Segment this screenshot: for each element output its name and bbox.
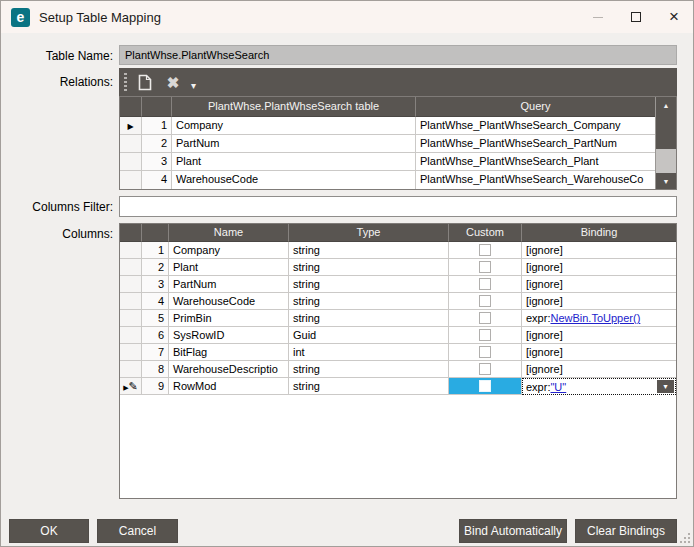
type-cell[interactable]: string bbox=[289, 242, 449, 259]
toolbar-overflow-dropdown[interactable]: ▾ bbox=[191, 81, 196, 91]
relations-row[interactable]: ▶ 1 Company PlantWhse_PlantWhseSearch_Co… bbox=[120, 117, 655, 135]
type-cell[interactable]: string bbox=[289, 361, 449, 378]
columns-row[interactable]: 4 WarehouseCode string [ignore] bbox=[120, 293, 676, 310]
scroll-up-button[interactable]: ▲ bbox=[656, 97, 676, 113]
custom-checkbox[interactable] bbox=[479, 363, 491, 375]
columns-row[interactable]: 1 Company string [ignore] bbox=[120, 242, 676, 259]
toolbar-grip-handle[interactable] bbox=[124, 73, 127, 91]
name-cell[interactable]: WarehouseDescriptio bbox=[169, 361, 289, 378]
custom-cell[interactable] bbox=[449, 293, 522, 310]
name-cell[interactable]: PrimBin bbox=[169, 310, 289, 327]
columns-row[interactable]: 8 WarehouseDescriptio string [ignore] bbox=[120, 361, 676, 378]
titlebar[interactable]: e Setup Table Mapping × bbox=[1, 1, 693, 33]
name-cell[interactable]: Plant bbox=[169, 259, 289, 276]
custom-cell[interactable] bbox=[449, 361, 522, 378]
type-cell[interactable]: string bbox=[289, 259, 449, 276]
binding-cell[interactable]: [ignore] bbox=[522, 344, 676, 361]
row-selector-cell[interactable] bbox=[120, 310, 142, 327]
binding-link[interactable]: NewBin.ToUpper() bbox=[550, 312, 640, 324]
binding-cell[interactable]: [ignore] bbox=[522, 259, 676, 276]
name-cell[interactable]: SysRowID bbox=[169, 327, 289, 344]
minimize-button[interactable] bbox=[579, 1, 617, 33]
row-selector-cell[interactable] bbox=[120, 153, 142, 171]
custom-checkbox[interactable] bbox=[479, 312, 491, 324]
custom-cell-selected[interactable] bbox=[449, 378, 522, 395]
scroll-down-button[interactable]: ▼ bbox=[656, 173, 676, 189]
custom-cell[interactable] bbox=[449, 310, 522, 327]
columns-filter-input[interactable] bbox=[119, 196, 677, 217]
custom-cell[interactable] bbox=[449, 327, 522, 344]
relations-table-column-header[interactable]: PlantWhse.PlantWhseSearch table bbox=[172, 97, 416, 117]
binding-cell[interactable]: [ignore] bbox=[522, 327, 676, 344]
close-button[interactable]: × bbox=[655, 1, 693, 33]
type-column-header[interactable]: Type bbox=[289, 224, 449, 242]
columns-row[interactable]: 5 PrimBin string expr:NewBin.ToUpper() bbox=[120, 310, 676, 327]
relations-row[interactable]: 2 PartNum PlantWhse_PlantWhseSearch_Part… bbox=[120, 135, 655, 153]
scrollbar-track[interactable] bbox=[656, 149, 676, 173]
name-cell[interactable]: BitFlag bbox=[169, 344, 289, 361]
query-cell[interactable]: PlantWhse_PlantWhseSearch_PartNum bbox=[416, 135, 655, 153]
custom-checkbox[interactable] bbox=[479, 329, 491, 341]
delete-relation-button[interactable]: ✖ bbox=[161, 70, 185, 94]
binding-dropdown-button[interactable]: ▼ bbox=[657, 380, 674, 393]
binding-cell-editing[interactable]: expr:"U"▼ bbox=[522, 378, 676, 395]
row-selector-cell[interactable] bbox=[120, 327, 142, 344]
custom-checkbox[interactable] bbox=[479, 380, 491, 392]
row-selector-cell[interactable] bbox=[120, 344, 142, 361]
custom-checkbox[interactable] bbox=[479, 295, 491, 307]
type-cell[interactable]: string bbox=[289, 276, 449, 293]
type-cell[interactable]: string bbox=[289, 293, 449, 310]
new-relation-button[interactable] bbox=[133, 70, 157, 94]
name-cell[interactable]: WarehouseCode bbox=[169, 293, 289, 310]
binding-cell[interactable]: [ignore] bbox=[522, 293, 676, 310]
query-cell[interactable]: PlantWhse_PlantWhseSearch_Company bbox=[416, 117, 655, 135]
relations-query-column-header[interactable]: Query bbox=[416, 97, 655, 117]
relations-row[interactable]: 3 Plant PlantWhse_PlantWhseSearch_Plant bbox=[120, 153, 655, 171]
cancel-button[interactable]: Cancel bbox=[97, 519, 178, 543]
binding-cell[interactable]: expr:NewBin.ToUpper() bbox=[522, 310, 676, 327]
resize-grip[interactable] bbox=[678, 531, 690, 543]
bind-automatically-button[interactable]: Bind Automatically bbox=[459, 519, 567, 543]
row-selector-cell[interactable] bbox=[120, 259, 142, 276]
binding-column-header[interactable]: Binding bbox=[522, 224, 676, 242]
custom-cell[interactable] bbox=[449, 276, 522, 293]
custom-cell[interactable] bbox=[449, 344, 522, 361]
clear-bindings-button[interactable]: Clear Bindings bbox=[575, 519, 677, 543]
columns-row-editing[interactable]: ▶✎ 9 RowMod string expr:"U"▼ bbox=[120, 378, 676, 395]
columns-row[interactable]: 6 SysRowID Guid [ignore] bbox=[120, 327, 676, 344]
columns-row[interactable]: 2 Plant string [ignore] bbox=[120, 259, 676, 276]
custom-cell[interactable] bbox=[449, 259, 522, 276]
type-cell[interactable]: Guid bbox=[289, 327, 449, 344]
table-cell[interactable]: Company bbox=[172, 117, 416, 135]
custom-checkbox[interactable] bbox=[479, 244, 491, 256]
ok-button[interactable]: OK bbox=[9, 519, 89, 543]
columns-row[interactable]: 3 PartNum string [ignore] bbox=[120, 276, 676, 293]
binding-cell[interactable]: [ignore] bbox=[522, 276, 676, 293]
custom-checkbox[interactable] bbox=[479, 346, 491, 358]
custom-column-header[interactable]: Custom bbox=[449, 224, 522, 242]
type-cell[interactable]: int bbox=[289, 344, 449, 361]
row-selector-cell[interactable]: ▶ bbox=[120, 117, 142, 135]
columns-row[interactable]: 7 BitFlag int [ignore] bbox=[120, 344, 676, 361]
binding-link[interactable]: "U" bbox=[550, 381, 566, 393]
type-cell[interactable]: string bbox=[289, 378, 449, 395]
row-selector-cell[interactable] bbox=[120, 276, 142, 293]
custom-cell[interactable] bbox=[449, 242, 522, 259]
row-selector-cell[interactable] bbox=[120, 361, 142, 378]
name-cell[interactable]: PartNum bbox=[169, 276, 289, 293]
binding-cell[interactable]: [ignore] bbox=[522, 361, 676, 378]
row-selector-cell[interactable] bbox=[120, 171, 142, 189]
name-column-header[interactable]: Name bbox=[169, 224, 289, 242]
row-selector-cell[interactable] bbox=[120, 135, 142, 153]
custom-checkbox[interactable] bbox=[479, 278, 491, 290]
query-cell[interactable]: PlantWhse_PlantWhseSearch_WarehouseCo bbox=[416, 171, 655, 189]
table-cell[interactable]: WarehouseCode bbox=[172, 171, 416, 189]
name-cell[interactable]: RowMod bbox=[169, 378, 289, 395]
row-selector-cell[interactable]: ▶✎ bbox=[120, 378, 142, 395]
maximize-button[interactable] bbox=[617, 1, 655, 33]
row-selector-cell[interactable] bbox=[120, 242, 142, 259]
table-cell[interactable]: PartNum bbox=[172, 135, 416, 153]
type-cell[interactable]: string bbox=[289, 310, 449, 327]
relations-row[interactable]: 4 WarehouseCode PlantWhse_PlantWhseSearc… bbox=[120, 171, 655, 189]
relations-scrollbar[interactable]: ▲ ▼ bbox=[655, 97, 676, 189]
